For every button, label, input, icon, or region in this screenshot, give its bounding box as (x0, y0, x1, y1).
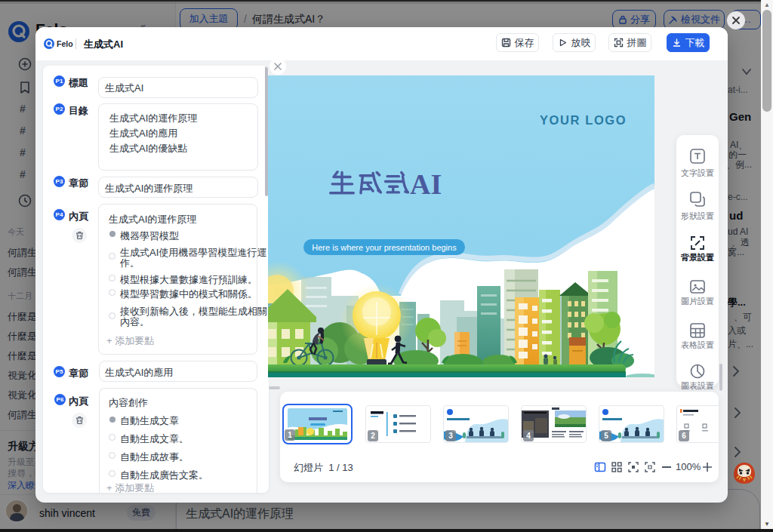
svg-text:Here is where your presentatio: Here is where your presentation begins (312, 243, 457, 252)
svg-text:YOUR LOGO: YOUR LOGO (540, 113, 627, 127)
svg-text:AI: AI (410, 168, 442, 200)
